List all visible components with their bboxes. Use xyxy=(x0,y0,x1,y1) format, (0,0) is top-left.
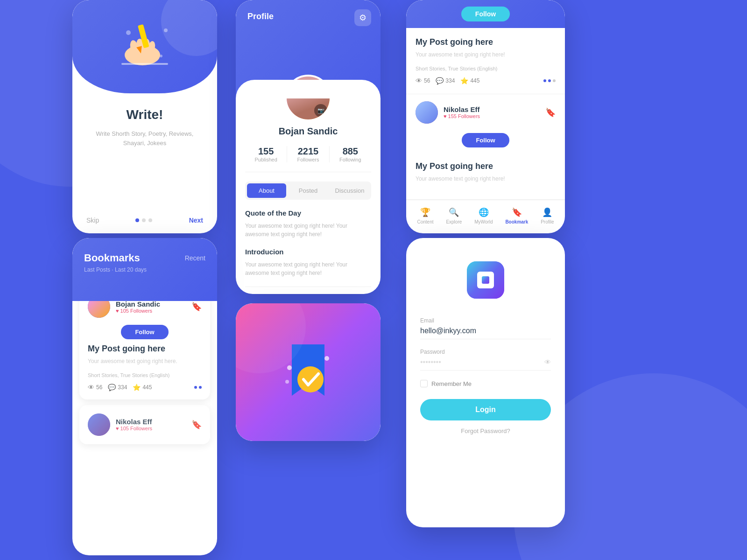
bm-post-title-1: My Post going here xyxy=(88,344,202,354)
post-meta-1: 👁 56 💬 334 ⭐ 445 xyxy=(416,77,556,84)
svg-point-13 xyxy=(324,356,329,361)
email-field: Email hello@inkyy.com xyxy=(420,317,551,339)
bookmarks-title: Bookmarks xyxy=(84,252,140,264)
star-icon: ⭐ xyxy=(460,77,468,84)
post-title-1: My Post going here xyxy=(416,37,556,47)
bm-user-info-1: Bojan Sandic 105 Followers xyxy=(116,300,186,314)
bm-post-meta-1: 👁 56 💬 334 ⭐ 445 xyxy=(88,384,202,391)
bookmark-save-icon[interactable]: 🔖 xyxy=(545,107,556,118)
follow-button-user[interactable]: Follow xyxy=(462,133,509,147)
logo-svg xyxy=(467,261,504,299)
comments-count: 334 xyxy=(445,77,455,84)
bookmarks-recent[interactable]: Recent xyxy=(185,254,205,262)
post-title-2: My Post going here xyxy=(416,161,556,171)
stat-published: 155 Published xyxy=(245,146,287,162)
post-body-2: Your awesome text going right here! xyxy=(416,175,556,183)
write-screen: Write! Write Shorth Story, Poetry, Revie… xyxy=(72,0,217,233)
nav-bookmark-2[interactable]: 🔖 Bookmark xyxy=(505,207,528,224)
nav-myworld-label-2: MyWorld xyxy=(474,219,493,224)
stat-published-num: 155 xyxy=(245,146,287,157)
tab-discussion[interactable]: Discussion xyxy=(330,183,369,198)
pagination-dots xyxy=(135,218,152,222)
skip-button[interactable]: Skip xyxy=(86,217,99,224)
bm-eye-icon: 👁 xyxy=(88,384,94,391)
bookmarks-subtitle: Last Posts · Last 20 days xyxy=(84,266,205,273)
user-followers: 155 Followers xyxy=(444,113,540,119)
next-button[interactable]: Next xyxy=(189,217,203,224)
dot-a xyxy=(543,79,546,82)
email-value[interactable]: hello@inkyy.com xyxy=(420,327,551,339)
intro-text: Your awesome text going right here! Your… xyxy=(245,260,371,277)
bookmark-feature-bg xyxy=(236,303,381,441)
bm-save-icon-2[interactable]: 🔖 xyxy=(191,420,202,430)
forgot-password-link[interactable]: Forgot Password? xyxy=(420,427,551,434)
nav-myworld-2[interactable]: 🌐 MyWorld xyxy=(474,207,493,224)
profile-user-name: Bojan Sandic xyxy=(245,126,371,137)
login-button[interactable]: Login xyxy=(420,399,551,420)
bm-more-dots[interactable] xyxy=(194,386,202,389)
write-title: Write! xyxy=(86,107,203,122)
tab-about[interactable]: About xyxy=(247,183,286,198)
comment-icon: 💬 xyxy=(436,77,444,84)
bm-user-info-2: Nikolas Eff 105 Followers xyxy=(116,418,186,431)
tab-posted[interactable]: Posted xyxy=(289,183,328,198)
bm-save-icon-1[interactable]: 🔖 xyxy=(191,301,202,312)
bookmark-card-1: Bojan Sandic 105 Followers 🔖 Follow My P… xyxy=(79,287,210,399)
bm-comments: 💬 334 xyxy=(108,384,127,391)
quote-title: Quote of the Day xyxy=(245,209,371,217)
profile-screen: Profile ⚙ 📷 Bojan Sandic 155 Published 2… xyxy=(236,0,381,294)
stat-followers: 2215 Followers xyxy=(287,146,329,162)
svg-point-0 xyxy=(126,30,131,35)
write-footer: Skip Next xyxy=(72,207,217,233)
post-header-bar: Follow xyxy=(406,0,565,28)
stat-following-num: 885 xyxy=(330,146,371,157)
app-logo xyxy=(467,261,504,299)
settings-icon[interactable]: ⚙ xyxy=(354,9,371,26)
remember-row: Remember Me xyxy=(420,380,551,387)
remember-checkbox[interactable] xyxy=(420,380,428,387)
user-row: Nikolas Eff 155 Followers 🔖 xyxy=(406,94,565,131)
nav-explore-2[interactable]: 🔍 Explore xyxy=(446,207,462,224)
bm-user-followers-1: 105 Followers xyxy=(116,308,186,314)
bm-user-row-2: Nikolas Eff 105 Followers 🔖 xyxy=(88,413,202,436)
svg-point-1 xyxy=(164,28,168,32)
bookmark-card-2: Nikolas Eff 105 Followers 🔖 xyxy=(79,405,210,444)
camera-icon[interactable]: 📷 xyxy=(314,104,327,117)
follow-button-top[interactable]: Follow xyxy=(461,7,510,21)
profile-header: Profile ⚙ 📷 xyxy=(236,0,381,98)
user-info: Nikolas Eff 155 Followers xyxy=(444,105,540,119)
profile-stats: 155 Published 2215 Followers 885 Followi… xyxy=(245,146,371,172)
intro-title: Introducion xyxy=(245,248,371,256)
dot-3 xyxy=(148,218,152,222)
eye-icon: 👁 xyxy=(416,77,422,84)
nav-profile-2[interactable]: 👤 Profile xyxy=(541,207,554,224)
dot-2 xyxy=(142,218,146,222)
eye-toggle-icon[interactable]: 👁 xyxy=(544,358,551,366)
login-logo-wrap xyxy=(406,238,565,313)
stat-followers-label: Followers xyxy=(287,157,329,162)
nav-content-label-2: Content xyxy=(417,219,433,224)
password-value[interactable]: •••••••• 👁 xyxy=(420,358,551,371)
bookmark-check-illustration xyxy=(280,340,336,405)
bm-user-name-1: Bojan Sandic xyxy=(116,300,186,308)
nav-profile-label-2: Profile xyxy=(541,219,554,224)
bm-follow-btn-1[interactable]: Follow xyxy=(121,325,168,339)
explore-icon-2: 🔍 xyxy=(449,207,459,217)
stat-following-label: Following xyxy=(330,157,371,162)
meta-more-dots[interactable] xyxy=(543,79,556,82)
nav-bookmark-label-2: Bookmark xyxy=(505,219,528,224)
quote-text: Your awesome text going right here! Your… xyxy=(245,222,371,238)
dot-c xyxy=(553,79,556,82)
bm-dot-b xyxy=(199,386,202,389)
user-name: Nikolas Eff xyxy=(444,105,540,113)
dot-1 xyxy=(135,218,139,222)
bm-views: 👁 56 xyxy=(88,384,102,391)
write-content: Write! Write Shorth Story, Poetry, Revie… xyxy=(72,93,217,157)
views-meta: 👁 56 xyxy=(416,77,430,84)
profile-body: Bojan Sandic 155 Published 2215 Follower… xyxy=(236,98,381,294)
profile-icon-2: 👤 xyxy=(542,207,552,217)
svg-rect-17 xyxy=(482,276,489,284)
content-icon-2: 🏆 xyxy=(420,207,430,217)
nav-content-2[interactable]: 🏆 Content xyxy=(417,207,433,224)
bm-post-body-1: Your awesome text going right here. xyxy=(88,357,202,365)
